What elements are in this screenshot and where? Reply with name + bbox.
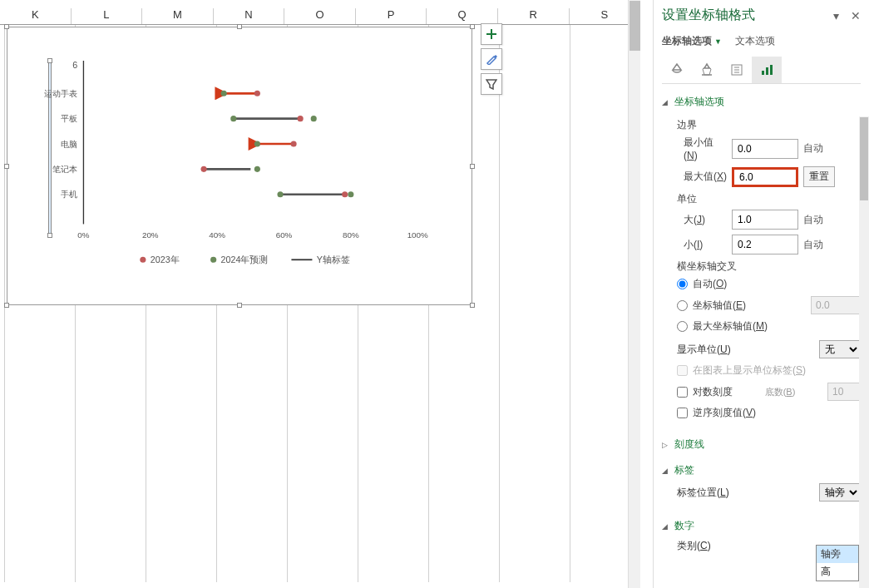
cross-heading: 横坐标轴交叉 [677,259,861,274]
grid-scrollbar[interactable] [628,0,640,588]
label-position-label: 标签位置(L) [677,486,814,500]
svg-text:平板: 平板 [61,114,77,123]
minor-label: 小(I) [677,238,727,252]
reverse-label: 逆序刻度值(V) [693,406,756,420]
label-position-dropdown[interactable]: 轴旁 高 [816,545,859,581]
major-input[interactable] [732,210,798,230]
resize-handle[interactable] [237,24,242,29]
axis-icon-tab[interactable] [752,57,782,83]
svg-text:2024年预测: 2024年预测 [221,254,269,264]
cross-value-label: 坐标轴值(E) [693,299,746,313]
chart-filter-button[interactable] [481,73,502,95]
col-header[interactable]: K [0,8,72,24]
min-input[interactable] [732,139,798,159]
dropdown-option[interactable]: 高 [817,563,858,581]
chevron-down-icon: ▼ [714,37,722,46]
svg-text:40%: 40% [209,230,225,240]
col-header[interactable]: M [142,8,214,24]
effects-icon-tab[interactable] [692,57,722,83]
section-axis-options[interactable]: 坐标轴选项 [662,92,861,111]
svg-rect-38 [766,67,768,75]
cross-auto-label: 自动(O) [693,277,727,291]
svg-text:20%: 20% [142,230,159,240]
label-position-select[interactable]: 轴旁 [819,483,861,502]
svg-point-24 [254,166,260,172]
resize-handle[interactable] [4,164,9,169]
reverse-checkbox[interactable] [677,408,688,418]
resize-handle[interactable] [4,303,9,308]
svg-point-26 [342,191,348,197]
major-auto: 自动 [803,213,830,227]
chart-elements-button[interactable] [481,23,502,45]
show-units-label: 在图表上显示单位标签(S) [693,363,806,378]
cross-max-radio[interactable] [677,321,688,332]
svg-text:0%: 0% [77,230,89,240]
resize-handle[interactable] [4,24,9,29]
major-label: 大(J) [677,213,727,227]
display-units-select[interactable]: 无 [819,340,861,358]
minor-auto: 自动 [803,238,830,252]
svg-point-31 [210,257,216,263]
svg-text:笔记本: 笔记本 [52,165,77,174]
svg-point-14 [221,91,227,96]
panel-menu-icon[interactable]: ▾ [833,9,839,22]
svg-point-21 [254,141,260,146]
display-units-label: 显示单位(U) [677,343,814,357]
svg-text:100%: 100% [407,230,428,240]
resize-handle[interactable] [237,303,242,308]
log-base-input [827,383,861,401]
svg-point-27 [277,191,283,197]
svg-point-18 [311,116,317,121]
log-base-label: 底数(B) [765,386,796,398]
chart-styles-button[interactable] [481,48,502,70]
col-header[interactable]: L [72,8,143,24]
svg-marker-35 [703,65,711,75]
chart-plot: 6 运动手表 平板 电脑 笔记本 手机 0% 20% 40% 60% 80% 1… [16,61,448,269]
axis-top-label: 6 [72,61,77,70]
section-number[interactable]: 数字 [662,516,861,536]
svg-point-16 [298,116,304,121]
tab-axis-options[interactable]: 坐标轴选项▼ [662,34,722,48]
dropdown-option[interactable]: 轴旁 [817,546,858,563]
minor-input[interactable] [732,235,798,254]
embedded-chart[interactable]: 6 运动手表 平板 电脑 笔记本 手机 0% 20% 40% 60% 80% 1… [7,27,472,305]
svg-rect-37 [762,71,764,75]
svg-text:Y轴标签: Y轴标签 [317,254,350,264]
col-header[interactable]: O [284,8,356,24]
svg-text:手机: 手机 [61,190,77,199]
svg-text:60%: 60% [276,230,293,240]
resize-handle[interactable] [470,164,475,169]
size-icon-tab[interactable] [722,57,752,83]
svg-point-23 [201,166,207,172]
svg-point-29 [140,257,146,263]
svg-text:2023年: 2023年 [151,254,180,264]
col-header[interactable]: P [356,8,427,24]
svg-text:运动手表: 运动手表 [44,89,77,98]
max-input[interactable] [732,167,798,187]
resize-handle[interactable] [470,303,475,308]
col-header[interactable]: N [214,8,285,24]
reset-button[interactable]: 重置 [803,166,835,187]
scrollbar-thumb[interactable] [630,1,640,51]
tab-text-options[interactable]: 文本选项 [735,34,775,48]
log-scale-checkbox[interactable] [677,387,688,398]
panel-scrollbar[interactable] [859,116,869,588]
format-axis-panel: 设置坐标轴格式 ▾ ✕ 坐标轴选项▼ 文本选项 坐标轴选项 边界 最小值(N) … [653,0,869,588]
fill-icon-tab[interactable] [662,57,692,83]
svg-point-17 [230,116,236,121]
section-labels[interactable]: 标签 [662,461,861,480]
cross-value-input[interactable] [811,296,861,314]
col-header[interactable]: R [498,8,570,24]
cross-auto-radio[interactable] [677,279,688,289]
close-icon[interactable]: ✕ [851,9,861,22]
col-header[interactable]: Q [427,8,498,24]
resize-handle[interactable] [470,24,475,29]
scrollbar-thumb[interactable] [860,117,868,200]
log-scale-label: 对数刻度 [693,385,733,399]
cross-value-radio[interactable] [677,300,688,311]
column-headers: K L M N O P Q R S [0,8,640,25]
section-tick-marks[interactable]: 刻度线 [662,435,861,454]
max-label: 最大值(X) [677,170,727,184]
svg-point-13 [254,91,260,96]
bounds-heading: 边界 [677,118,861,132]
